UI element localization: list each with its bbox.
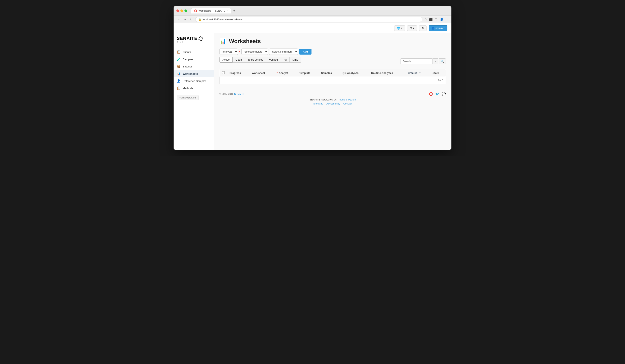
app-layout: SENAITE LIMS 📋 Clients 🧪 Samples 📦 Batch…	[174, 33, 451, 150]
grid-button[interactable]: ⊞ ▾	[407, 25, 417, 31]
filter-active-button[interactable]: Active	[219, 57, 233, 63]
footer-area: © 2017-2019 SENAITE ⭕ 🐦 💬 SENAITE is pow…	[219, 92, 446, 105]
app-topbar: 🌐 ▾ ⊞ ▾ ⚙ 👤 admin ▾	[174, 23, 451, 33]
new-tab-button[interactable]: +	[232, 8, 237, 13]
star-icon[interactable]: ☆	[424, 18, 427, 21]
forward-button[interactable]: →	[183, 18, 187, 22]
batches-icon: 📦	[177, 65, 181, 68]
browser-icons: ☆ ⬛ 🛡 👤 ⋮	[424, 18, 449, 21]
sidebar-item-clients-label: Clients	[183, 51, 191, 54]
sidebar-item-samples[interactable]: 🧪 Samples	[174, 56, 214, 63]
add-button[interactable]: Add	[299, 49, 312, 55]
footer-plone-python-link[interactable]: Plone & Python	[339, 98, 356, 101]
close-traffic-light[interactable]	[176, 9, 179, 12]
globe-icon: 🌐	[397, 27, 400, 30]
logo-senaite: SENAITE	[177, 36, 197, 41]
url-text: localhost:8080/senaite/worksheets	[203, 18, 243, 21]
footer-accessibility-link[interactable]: Accessibility	[326, 102, 340, 105]
footer-sitemap-link[interactable]: Site Map	[313, 102, 323, 105]
sidebar-item-batches[interactable]: 📦 Batches	[174, 63, 214, 70]
analyst-header: * Analyst	[274, 69, 297, 77]
required-dot: •	[239, 50, 240, 54]
template-header: Template	[297, 69, 319, 77]
lock-icon: 🔒	[198, 18, 201, 21]
pagination: 0 / 0	[219, 77, 446, 84]
sidebar-item-samples-label: Samples	[183, 58, 193, 61]
refresh-button[interactable]: ↻	[189, 18, 193, 22]
chat-icon[interactable]: 💬	[442, 92, 446, 96]
sidebar: SENAITE LIMS 📋 Clients 🧪 Samples 📦 Batch…	[174, 33, 214, 150]
progress-header: Progress	[227, 69, 249, 77]
filter-verified-button[interactable]: Verified	[266, 57, 281, 63]
sidebar-item-worksheets[interactable]: 📊 Worksheets	[174, 70, 214, 77]
sidebar-item-methods[interactable]: 📋 Methods	[174, 85, 214, 92]
filter-open-button[interactable]: Open	[232, 57, 245, 63]
footer-contact-link[interactable]: Contact	[343, 102, 352, 105]
search-area: × 🔍	[400, 58, 446, 64]
footer-copyright: © 2017-2019 SENAITE	[219, 92, 245, 95]
main-content: 📊 Worksheets analyst1 • Select template …	[214, 33, 451, 150]
template-select[interactable]: Select template	[241, 49, 268, 55]
filter-buttons: Active Open To be verified Verified All …	[219, 57, 301, 63]
admin-user-icon: 👤	[431, 27, 435, 30]
state-header: State	[430, 69, 446, 77]
menu-icon[interactable]: ⋮	[446, 18, 449, 21]
footer-center: SENAITE is powered by: Plone & Python Si…	[219, 98, 446, 105]
footer-powered-by: SENAITE is powered by: Plone & Python	[219, 98, 446, 101]
browser-tab-worksheets[interactable]: ⭕ Worksheets — SENAITE ×	[191, 8, 231, 13]
tab-close-button[interactable]: ×	[227, 10, 228, 12]
sidebar-item-reference-samples[interactable]: 👤 Reference Samples	[174, 77, 214, 85]
toolbar-row: analyst1 • Select template Select instru…	[219, 49, 446, 55]
worksheets-table: Progress Worksheet * Analyst Template Sa…	[219, 69, 446, 77]
qc-analyses-header: QC Analyses	[340, 69, 369, 77]
page-title: Worksheets	[229, 38, 261, 44]
select-all-checkbox[interactable]	[222, 71, 225, 74]
methods-icon: 📋	[177, 86, 181, 90]
sidebar-item-batches-label: Batches	[183, 65, 192, 68]
extension-icon[interactable]: ⬛	[429, 18, 433, 21]
tab-bar: ⭕ Worksheets — SENAITE × +	[191, 8, 237, 13]
worksheet-header: Worksheet	[249, 69, 274, 77]
globe-dropdown-icon: ▾	[401, 27, 403, 30]
samples-icon: 🧪	[177, 57, 181, 61]
sort-arrow-icon: ▼	[419, 72, 421, 74]
select-all-header	[220, 69, 227, 77]
grid-dropdown-icon: ▾	[413, 27, 414, 30]
gear-button[interactable]: ⚙	[419, 25, 427, 31]
globe-button[interactable]: 🌐 ▾	[394, 25, 405, 31]
maximize-traffic-light[interactable]	[185, 9, 187, 12]
search-go-button[interactable]: 🔍	[439, 58, 446, 64]
manage-portlets-button[interactable]: Manage portlets	[177, 95, 198, 100]
sidebar-item-clients[interactable]: 📋 Clients	[174, 48, 214, 56]
created-header[interactable]: Created ▼	[405, 69, 430, 77]
clients-icon: 📋	[177, 50, 181, 54]
footer-social: ⭕ 🐦 💬	[429, 92, 446, 96]
footer-senaite-link[interactable]: SENAITE	[234, 92, 245, 95]
footer-links: Site Map Accessibility Contact	[219, 102, 446, 105]
sidebar-item-methods-label: Methods	[183, 87, 193, 90]
instrument-select[interactable]: Select instrument	[269, 49, 298, 55]
minimize-traffic-light[interactable]	[180, 9, 183, 12]
twitter-icon[interactable]: 🐦	[435, 92, 439, 96]
routine-analyses-header: Routine Analyses	[369, 69, 405, 77]
github-icon[interactable]: ⭕	[429, 92, 433, 96]
samples-header: Samples	[319, 69, 340, 77]
analyst-select[interactable]: analyst1	[219, 49, 238, 55]
sidebar-item-worksheets-label: Worksheets	[183, 72, 198, 75]
filter-mine-button[interactable]: Mine	[289, 57, 301, 63]
admin-button[interactable]: 👤 admin ▾	[429, 25, 447, 31]
traffic-lights	[176, 9, 187, 12]
filter-all-button[interactable]: All	[281, 57, 289, 63]
search-clear-button[interactable]: ×	[433, 58, 438, 64]
tab-favicon: ⭕	[194, 9, 197, 12]
tab-title: Worksheets — SENAITE	[198, 9, 225, 12]
back-button[interactable]: ←	[176, 18, 181, 22]
search-input[interactable]	[400, 58, 433, 64]
sidebar-logo: SENAITE LIMS	[174, 36, 214, 46]
profile-icon[interactable]: 👤	[440, 18, 444, 21]
url-bar[interactable]: 🔒 localhost:8080/senaite/worksheets	[195, 17, 422, 22]
shield-icon[interactable]: 🛡	[435, 18, 438, 21]
filter-to-be-verified-button[interactable]: To be verified	[245, 57, 266, 63]
admin-label: admin ▾	[436, 27, 445, 30]
logo-hexagon-icon	[198, 36, 203, 41]
